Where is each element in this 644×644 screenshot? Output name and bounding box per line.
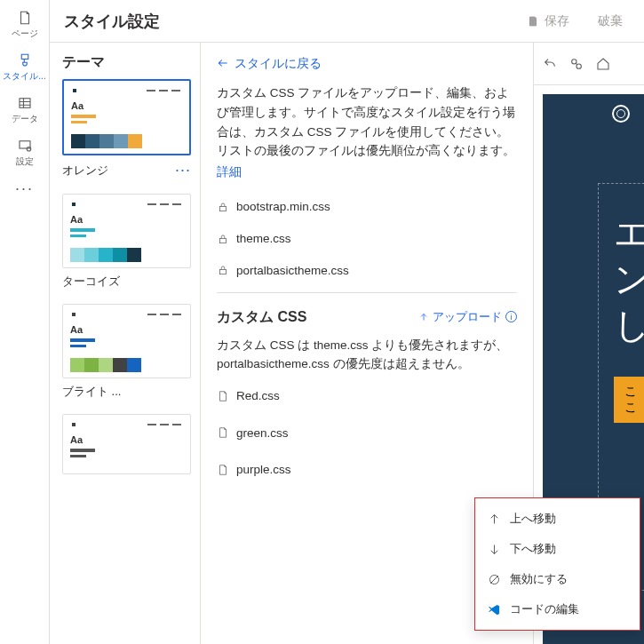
custom-css-file[interactable]: Red.css (217, 386, 517, 406)
themes-list[interactable]: Aaオレンジ···AaターコイズAaブライト ...Aa (50, 79, 200, 644)
svg-rect-3 (220, 207, 227, 211)
rail-settings-label: 設定 (16, 155, 34, 168)
ctx-move-up[interactable]: 上へ移動 (475, 504, 640, 534)
custom-css-heading: カスタム CSS (217, 306, 306, 329)
css-description: カスタム CSS ファイルをアップロード、編集、および管理します。サイトで高度な… (217, 83, 517, 160)
rail-data[interactable]: データ (3, 89, 47, 131)
discard-button[interactable]: 破棄 (591, 10, 630, 33)
rail-settings[interactable]: 設定 (3, 131, 47, 174)
custom-css-file[interactable]: green.css (217, 424, 517, 443)
eye-off-icon (488, 573, 501, 586)
theme-label: ターコイズ (62, 274, 120, 290)
info-icon[interactable]: i (505, 311, 517, 322)
theme-sample-text: Aa (70, 324, 183, 335)
theme-label: オレンジ (62, 163, 108, 179)
theme-sample-text: Aa (70, 214, 183, 225)
custom-css-description: カスタム CSS は theme.css よりも優先されますが、portalba… (217, 336, 517, 374)
theme-card[interactable]: Aa (62, 414, 191, 474)
topbar: スタイル設定 保存 破棄 (50, 0, 644, 43)
custom-css-file[interactable]: purple.css (217, 460, 517, 480)
svg-point-6 (572, 59, 576, 63)
home-icon[interactable] (596, 57, 610, 71)
rail-style-label: スタイル... (3, 70, 45, 83)
arrow-left-icon (217, 57, 229, 69)
ctx-move-down-label: 下へ移動 (510, 541, 556, 557)
ctx-disable[interactable]: 無効にする (475, 564, 640, 594)
locked-css-file[interactable]: theme.css (217, 229, 517, 249)
preview-toolbar (534, 43, 644, 85)
file-name: green.css (236, 424, 289, 443)
theme-card[interactable]: Aa (62, 194, 191, 268)
svg-rect-4 (220, 238, 227, 242)
rail-pages-label: ページ (12, 28, 38, 40)
locked-css-file[interactable]: bootstrap.min.css (217, 197, 517, 217)
locked-css-list: bootstrap.min.csstheme.cssportalbasicthe… (217, 197, 517, 280)
brush-icon (17, 52, 33, 68)
left-rail: ページ スタイル... データ 設定 ··· (0, 0, 50, 644)
file-icon (217, 390, 229, 402)
svg-rect-0 (20, 99, 30, 108)
upload-icon (418, 312, 429, 322)
ctx-move-down[interactable]: 下へ移動 (475, 534, 640, 564)
theme-sample-text: Aa (70, 434, 183, 445)
file-icon (217, 426, 229, 439)
file-name: portalbasictheme.css (236, 261, 349, 281)
save-button[interactable]: 保存 (520, 10, 576, 33)
rail-data-label: データ (12, 113, 38, 125)
theme-card[interactable]: Aa (62, 79, 191, 155)
svg-point-7 (576, 64, 581, 68)
back-to-style-link[interactable]: スタイルに戻る (217, 53, 517, 73)
link-icon[interactable] (569, 57, 584, 71)
save-icon (527, 15, 539, 28)
settings-icon (17, 138, 33, 154)
vscode-icon (488, 603, 501, 616)
preview-headline: エ ン し (614, 210, 644, 348)
svg-point-2 (27, 147, 31, 152)
file-name: theme.css (236, 229, 291, 249)
page-title: スタイル設定 (64, 11, 160, 32)
rail-pages[interactable]: ページ (3, 4, 47, 46)
file-name: bootstrap.min.css (236, 197, 330, 217)
upload-label: アップロード (433, 308, 502, 327)
theme-more-button[interactable]: ··· (175, 161, 191, 179)
rail-style[interactable]: スタイル... (3, 46, 47, 89)
lock-icon (217, 264, 229, 276)
themes-header: テーマ (50, 43, 200, 79)
arrow-up-icon (488, 513, 501, 526)
file-name: purple.css (236, 460, 291, 480)
preview-cta-button[interactable]: ここ (614, 377, 644, 423)
ctx-edit-code[interactable]: コードの編集 (475, 594, 640, 624)
save-label: 保存 (545, 13, 569, 29)
themes-panel: テーマ Aaオレンジ···AaターコイズAaブライト ...Aa (50, 43, 201, 644)
file-name: Red.css (236, 386, 280, 406)
arrow-down-icon (488, 543, 501, 556)
upload-button[interactable]: アップロード i (418, 308, 517, 327)
theme-label: ブライト ... (62, 384, 121, 400)
lock-icon (217, 233, 229, 245)
table-icon (17, 95, 33, 111)
context-menu: 上へ移動 下へ移動 無効にする コードの編集 (474, 497, 640, 631)
file-icon (217, 464, 229, 476)
back-label: スタイルに戻る (235, 53, 322, 73)
ctx-edit-code-label: コードの編集 (510, 601, 579, 617)
undo-icon[interactable] (543, 57, 557, 71)
separator (217, 292, 517, 293)
detail-link[interactable]: 詳細 (217, 163, 242, 182)
site-logo-icon (612, 105, 630, 123)
ctx-move-up-label: 上へ移動 (510, 511, 556, 527)
rail-more[interactable]: ··· (15, 179, 34, 198)
ctx-disable-label: 無効にする (510, 571, 568, 587)
locked-css-file[interactable]: portalbasictheme.css (217, 261, 517, 281)
theme-sample-text: Aa (71, 100, 182, 111)
discard-label: 破棄 (598, 13, 623, 29)
svg-rect-5 (220, 270, 227, 274)
lock-icon (217, 201, 229, 213)
custom-css-list: Red.cssgreen.csspurple.css (217, 386, 517, 480)
theme-card[interactable]: Aa (62, 304, 191, 378)
